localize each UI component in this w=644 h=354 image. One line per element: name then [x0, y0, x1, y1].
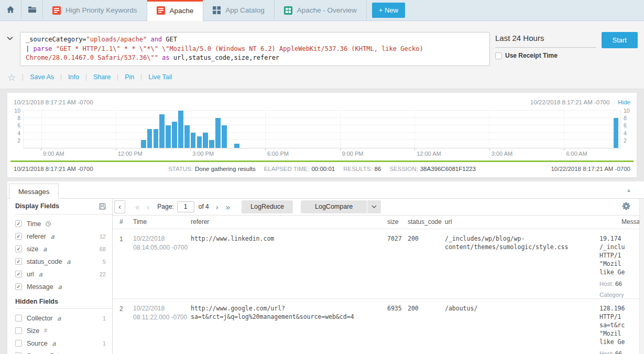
y-tick-label: 8 — [624, 115, 627, 121]
action-live-tail[interactable]: Live Tail — [141, 74, 179, 81]
action-share[interactable]: Share — [86, 74, 117, 81]
logcompare-dropdown-icon[interactable] — [367, 200, 381, 213]
field-referer[interactable]: ✓referera12 — [15, 230, 112, 243]
collapse-panel-icon[interactable]: ▲ — [626, 187, 631, 193]
folder-button[interactable] — [21, 0, 43, 20]
histogram-bar[interactable] — [209, 140, 214, 147]
cell-spacer — [113, 234, 119, 298]
last-page-button[interactable]: » — [222, 203, 234, 211]
status-value: 00:00:01 — [311, 166, 335, 172]
field-checkbox[interactable] — [15, 315, 22, 321]
logreduce-button[interactable]: LogReduce — [242, 200, 293, 213]
column-header-referer[interactable]: referer — [191, 218, 387, 226]
field-message[interactable]: ✓Messagea — [15, 281, 112, 293]
prev-page-button[interactable]: ‹ — [143, 203, 153, 211]
action-save-as[interactable]: Save As — [23, 74, 61, 81]
histogram-bar[interactable] — [215, 118, 221, 148]
cell-message: 19.174 /_inclu HTTP/1 "Mozil like GeHost… — [599, 234, 644, 298]
collapse-sidebar-button[interactable]: ‹ — [114, 200, 125, 213]
field-url[interactable]: ✓urla22 — [15, 268, 112, 281]
status-items: STATUS:Done gathering resultsELAPSED TIM… — [118, 166, 526, 172]
action-pin[interactable]: Pin — [117, 74, 141, 81]
y-tick-label: 10 — [624, 108, 630, 114]
tab-high-priority-keywords[interactable]: High Priority Keywords — [43, 0, 147, 20]
field-source[interactable]: Sourcea1 — [15, 337, 112, 350]
first-page-button[interactable]: « — [132, 203, 143, 211]
settings-gear-icon[interactable] — [622, 202, 630, 212]
field-status-code[interactable]: ✓status_codea5 — [15, 255, 112, 268]
logcompare-button[interactable]: LogCompare — [301, 200, 367, 213]
save-fields-icon[interactable] — [99, 203, 106, 210]
histogram-bar[interactable] — [172, 122, 177, 148]
x-tick-label: 12:00 AM — [417, 151, 441, 157]
field-type: a — [81, 352, 84, 354]
field-label: Time — [27, 220, 41, 228]
page-input[interactable] — [177, 201, 194, 212]
favorite-star-icon[interactable]: ☆ — [7, 73, 16, 82]
receipt-checkbox[interactable] — [495, 52, 502, 59]
column-header-message[interactable]: Message — [599, 218, 644, 226]
field-size[interactable]: Size# — [15, 325, 112, 337]
histogram-bar[interactable] — [203, 133, 208, 147]
x-tick-mark — [190, 148, 191, 151]
message-row[interactable]: 210/22/2018 08:11:22.000 -0700http://www… — [113, 299, 644, 354]
tab-apache-overview[interactable]: Apache - Overview — [275, 0, 367, 20]
vertical-scrollbar[interactable] — [639, 199, 644, 354]
next-page-button[interactable]: › — [212, 203, 222, 211]
field-label: url — [27, 271, 34, 278]
column-header-num[interactable]: # — [119, 218, 133, 226]
histogram-bar[interactable] — [141, 140, 146, 147]
histogram-bar[interactable] — [614, 118, 619, 148]
new-tab-button[interactable]: + New — [372, 3, 405, 18]
gridline-x — [340, 111, 341, 148]
field-checkbox[interactable]: ✓ — [15, 258, 22, 265]
column-header-time[interactable]: Time — [133, 218, 191, 226]
column-header-url[interactable]: url — [445, 218, 599, 226]
histogram-bar[interactable] — [147, 129, 152, 148]
query-input[interactable]: _sourceCategory="uploads/apache" and GET… — [20, 32, 490, 66]
query-segment: | — [26, 45, 33, 52]
tab-apache[interactable]: Apache — [147, 0, 204, 21]
query-line: | parse "GET * HTTP/1.1\" * * \"*\" \"Mo… — [26, 45, 484, 63]
field-size[interactable]: ✓sizea68 — [15, 243, 112, 255]
hide-histogram-link[interactable]: Hide — [618, 99, 630, 105]
histogram-bar[interactable] — [191, 133, 196, 147]
time-range-selector[interactable]: Last 24 Hours — [495, 32, 596, 48]
message-text: 128.196 HTTP/1 sa=t&rc "Mozil like Ge — [599, 304, 644, 346]
histogram-bar[interactable] — [178, 111, 183, 148]
message-row[interactable]: 110/22/2018 08:14:05.000 -0700http://www… — [113, 229, 644, 299]
histogram-bar[interactable] — [159, 114, 165, 148]
histogram-bar[interactable] — [166, 125, 171, 148]
field-checkbox[interactable]: ✓ — [15, 233, 22, 240]
field-checkbox[interactable]: ✓ — [15, 283, 22, 290]
field-checkbox[interactable]: ✓ — [15, 271, 22, 277]
field-source-category[interactable]: Source Categorya1 — [15, 350, 112, 354]
start-button[interactable]: Start — [602, 32, 638, 48]
field-checkbox[interactable]: ✓ — [15, 245, 22, 252]
home-button[interactable] — [0, 0, 21, 20]
host-value: 66 — [615, 350, 622, 354]
cell-referer: http://www.google.com/url? sa=t&rct=j&q=… — [191, 304, 387, 354]
x-tick-mark — [340, 148, 341, 151]
tab-messages[interactable]: Messages — [9, 184, 59, 199]
y-tick-label: 2 — [624, 137, 627, 144]
column-header-status-code[interactable]: status_code — [408, 218, 445, 226]
field-count: 5 — [103, 259, 106, 265]
histogram-bar[interactable] — [222, 125, 227, 148]
query-expander-chevron[interactable] — [0, 32, 20, 40]
histogram-bar[interactable] — [154, 129, 159, 148]
histogram-bar[interactable] — [197, 136, 202, 147]
field-time[interactable]: ✓Time — [15, 218, 112, 230]
action-info[interactable]: Info — [61, 74, 86, 81]
field-checkbox[interactable] — [15, 327, 22, 334]
y-axis-right: 246810 — [621, 111, 634, 148]
histogram-bar[interactable] — [184, 125, 190, 148]
tab-app-catalog[interactable]: App Catalog — [203, 0, 274, 20]
y-tick-label: 6 — [624, 122, 627, 128]
use-receipt-time[interactable]: Use Receipt Time — [495, 52, 558, 59]
field-checkbox[interactable]: ✓ — [15, 220, 22, 227]
field-checkbox[interactable] — [15, 340, 22, 347]
histogram-bar[interactable] — [234, 144, 239, 147]
field-collector[interactable]: Collectora1 — [15, 312, 112, 325]
column-header-size[interactable]: size — [387, 218, 408, 226]
